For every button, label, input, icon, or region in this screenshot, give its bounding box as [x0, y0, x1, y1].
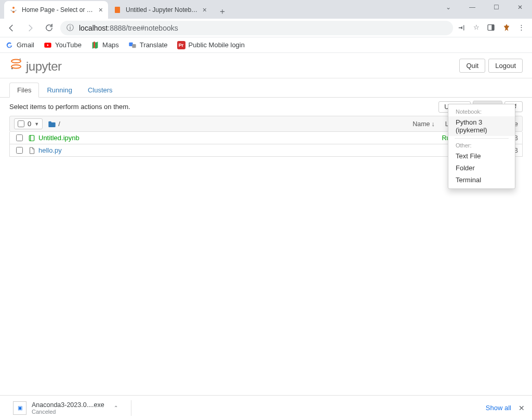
file-row: Untitled.ipynb Running 72 B	[9, 132, 523, 144]
jupyter-logo[interactable]: jupyter	[9, 57, 62, 74]
bookmarks-bar: Gmail YouTube Maps Translate Pr Public M…	[0, 37, 532, 53]
close-download-bar-icon[interactable]: ✕	[518, 404, 525, 412]
bookmark-public-mobile[interactable]: Pr Public Mobile login	[177, 41, 245, 49]
select-all-control[interactable]: 0 ▼	[14, 118, 43, 129]
svg-point-8	[11, 60, 21, 63]
file-row: hello.py 22 B	[9, 144, 523, 157]
new-tab-button[interactable]: ＋	[215, 4, 230, 19]
file-list-header: 0 ▼ / Name↓ Last Modified File size	[9, 116, 523, 132]
browser-menu-icon[interactable]: ⋮	[518, 23, 525, 32]
window-close-icon[interactable]: ✕	[508, 0, 532, 15]
reload-button[interactable]	[42, 21, 56, 35]
address-bar[interactable]: ⓘ localhost:8888/tree#notebooks	[60, 21, 453, 35]
show-all-downloads[interactable]: Show all	[486, 404, 511, 412]
jupyter-header: jupyter Quit Logout	[0, 53, 532, 78]
menu-header-notebook: Notebook:	[448, 107, 515, 116]
svg-point-10	[20, 59, 21, 60]
menu-header-other: Other:	[448, 141, 515, 150]
menu-item-folder[interactable]: Folder	[448, 162, 515, 174]
sort-down-icon: ↓	[432, 120, 435, 128]
url-path: /tree#notebooks	[126, 24, 178, 32]
maps-icon	[91, 41, 99, 49]
svg-point-9	[11, 65, 21, 69]
svg-rect-12	[29, 135, 34, 141]
jupyter-logo-icon	[9, 57, 23, 71]
tab-close-icon[interactable]: ×	[203, 6, 207, 14]
jupyter-logo-text: jupyter	[26, 59, 62, 74]
extension-icon[interactable]	[502, 23, 511, 32]
svg-rect-4	[491, 25, 494, 31]
file-icon	[28, 147, 35, 154]
folder-icon	[48, 120, 56, 128]
quit-button[interactable]: Quit	[459, 59, 485, 73]
col-name[interactable]: Name↓	[413, 120, 435, 128]
download-file-icon: ▣	[13, 401, 26, 415]
google-icon	[5, 41, 14, 49]
tab-files[interactable]: Files	[9, 83, 39, 98]
window-caret-icon[interactable]: ⌄	[436, 0, 460, 15]
tab-title: Home Page - Select or create a n…	[22, 6, 96, 13]
bookmark-star-icon[interactable]: ☆	[473, 23, 480, 32]
svg-rect-2	[115, 7, 120, 13]
bookmark-youtube[interactable]: YouTube	[44, 41, 82, 49]
youtube-icon	[44, 41, 52, 49]
tab-clusters[interactable]: Clusters	[80, 83, 121, 98]
bookmark-gmail[interactable]: Gmail	[5, 41, 34, 49]
address-bar-row: ⓘ localhost:8888/tree#notebooks ☆ ⋮	[0, 19, 532, 37]
caret-down-icon[interactable]: ▼	[34, 121, 39, 127]
window-minimize-icon[interactable]: —	[460, 0, 484, 15]
divider	[131, 400, 131, 416]
notebook-favicon-icon	[113, 6, 122, 14]
menu-item-terminal[interactable]: Terminal	[448, 174, 515, 186]
new-dropdown-menu: Notebook: Python 3 (ipykernel) Other: Te…	[448, 104, 515, 189]
download-filename: Anaconda3-2023.0....exe	[32, 401, 104, 409]
url-port: :8888	[108, 24, 126, 32]
svg-point-11	[11, 68, 13, 70]
bookmark-maps[interactable]: Maps	[91, 41, 119, 49]
browser-tab-inactive[interactable]: Untitled - Jupyter Notebook ×	[108, 1, 212, 19]
tab-title: Untitled - Jupyter Notebook	[126, 6, 200, 13]
window-maximize-icon[interactable]: ☐	[484, 0, 508, 15]
file-link[interactable]: Untitled.ipynb	[38, 134, 79, 142]
notebook-icon	[28, 134, 35, 142]
back-button[interactable]	[4, 21, 19, 35]
side-panel-icon[interactable]	[487, 23, 495, 32]
logout-button[interactable]: Logout	[488, 59, 523, 73]
browser-tab-active[interactable]: Home Page - Select or create a n… ×	[4, 1, 108, 19]
svg-point-0	[12, 7, 15, 9]
pm-icon: Pr	[177, 41, 185, 49]
share-icon[interactable]	[457, 23, 466, 32]
svg-rect-7	[132, 44, 136, 48]
menu-item-python3[interactable]: Python 3 (ipykernel)	[448, 116, 515, 136]
menu-item-textfile[interactable]: Text File	[448, 150, 515, 162]
row-checkbox[interactable]	[16, 134, 23, 141]
jupyter-tabs: Files Running Clusters	[0, 78, 532, 98]
toolbar-prompt: Select items to perform actions on them.	[9, 103, 130, 111]
breadcrumb[interactable]: /	[48, 120, 60, 128]
site-info-icon[interactable]: ⓘ	[66, 23, 74, 33]
jupyter-favicon-icon	[9, 6, 18, 14]
select-all-checkbox[interactable]	[18, 120, 24, 127]
tab-running[interactable]: Running	[39, 83, 79, 98]
file-link[interactable]: hello.py	[38, 146, 62, 154]
url-host: localhost	[79, 24, 108, 32]
select-count: 0	[28, 120, 31, 128]
chevron-up-icon[interactable]: ⌃	[114, 405, 118, 411]
bookmark-translate[interactable]: Translate	[128, 41, 168, 49]
download-status: Canceled	[32, 409, 104, 415]
browser-tab-strip: ⌄ — ☐ ✕ Home Page - Select or create a n…	[0, 0, 532, 19]
row-checkbox[interactable]	[16, 147, 23, 154]
translate-icon	[128, 41, 137, 49]
forward-button[interactable]	[23, 21, 37, 35]
tab-close-icon[interactable]: ×	[99, 6, 103, 14]
download-item[interactable]: ▣ Anaconda3-2023.0....exe Canceled ⌃	[7, 399, 124, 417]
download-bar: ▣ Anaconda3-2023.0....exe Canceled ⌃ Sho…	[0, 395, 532, 420]
